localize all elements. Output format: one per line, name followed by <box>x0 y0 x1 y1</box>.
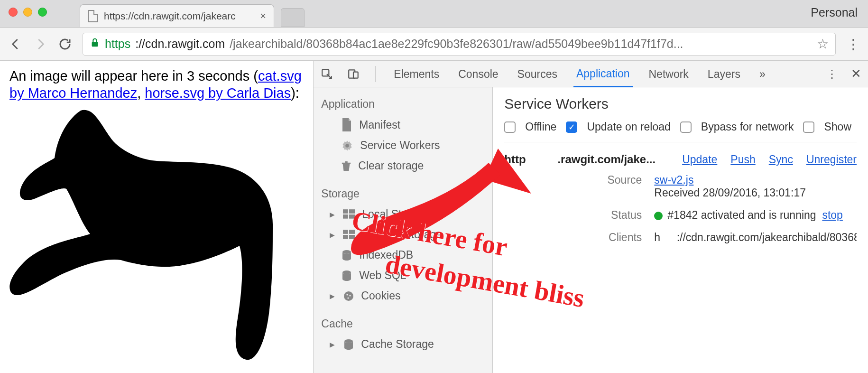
new-tab-button[interactable] <box>281 8 305 27</box>
tab-elements[interactable]: Elements <box>391 61 442 86</box>
tab-network[interactable]: Network <box>646 61 692 86</box>
intro-text: An image will appear here in 3 seconds ( <box>9 68 258 84</box>
svg-point-15 <box>344 291 353 301</box>
back-button[interactable] <box>9 37 23 51</box>
bookmark-star-icon[interactable]: ☆ <box>817 36 829 52</box>
tab-sources[interactable]: Sources <box>515 61 560 86</box>
svg-rect-0 <box>92 42 98 47</box>
checkbox-offline[interactable] <box>504 121 516 133</box>
database-icon <box>343 339 354 350</box>
expand-icon: ▶ <box>330 231 336 239</box>
label-clients: Clients <box>585 231 642 244</box>
sidebar-item-cookies[interactable]: ▶ Cookies <box>314 286 492 306</box>
file-icon <box>341 118 352 131</box>
sw-received: Received 28/09/2016, 13:01:17 <box>654 186 806 199</box>
window-titlebar: https://cdn.rawgit.com/jakearc × Persona… <box>0 0 868 28</box>
sidebar-label: Local Storage <box>362 208 429 221</box>
sw-action-sync[interactable]: Sync <box>769 153 793 166</box>
close-window-icon[interactable] <box>9 8 18 17</box>
devtools-menu-icon[interactable]: ⋮ <box>826 67 838 81</box>
sw-action-unregister[interactable]: Unregister <box>806 153 857 166</box>
svg-rect-7 <box>343 214 348 219</box>
sidebar-label: Cache Storage <box>361 338 434 351</box>
profile-label[interactable]: Personal <box>811 6 858 19</box>
device-toolbar-icon[interactable] <box>347 67 360 81</box>
svg-point-13 <box>342 250 351 254</box>
horse-image <box>9 106 304 366</box>
sidebar-heading-application: Application <box>314 92 492 114</box>
sidebar-label: Web SQL <box>359 269 406 282</box>
url-host: ://cdn.rawgit.com <box>135 37 225 51</box>
page-icon <box>88 10 98 22</box>
sw-origin: httpxxxxx.rawgit.com/jake... <box>504 153 656 166</box>
label-source: Source <box>585 174 642 199</box>
sidebar-item-websql[interactable]: Web SQL <box>314 265 492 286</box>
svg-rect-8 <box>349 214 355 219</box>
close-tab-icon[interactable]: × <box>260 10 266 22</box>
service-workers-panel: Service Workers Offline ✓ Update on relo… <box>493 87 868 373</box>
tab-console[interactable]: Console <box>455 61 501 86</box>
sw-source-file[interactable]: sw-v2.js <box>654 174 693 186</box>
svg-point-14 <box>342 270 351 274</box>
application-sidebar: Application Manifest Service Workers Cle… <box>314 87 493 373</box>
sidebar-item-cache-storage[interactable]: ▶ Cache Storage <box>314 334 492 354</box>
trash-icon <box>341 160 351 172</box>
address-bar[interactable]: https://cdn.rawgit.com/jakearchibald/803… <box>83 33 836 56</box>
minimize-window-icon[interactable] <box>23 8 32 17</box>
sw-action-push[interactable]: Push <box>730 153 755 166</box>
url-path: /jakearchibald/80368b84ac1ae8e229fc90b3f… <box>230 37 683 51</box>
svg-rect-3 <box>353 72 358 78</box>
tab-application[interactable]: Application <box>573 61 633 87</box>
inspect-element-icon[interactable] <box>320 67 333 81</box>
checkbox-label: Show <box>824 121 851 133</box>
tab-layers[interactable]: Layers <box>705 61 743 86</box>
checkbox-bypass-for-network[interactable] <box>680 121 692 133</box>
maximize-window-icon[interactable] <box>38 8 47 17</box>
database-icon <box>341 270 352 281</box>
sidebar-item-session-storage[interactable]: ▶ Session Storage <box>314 224 492 245</box>
sw-stop-link[interactable]: stop <box>822 209 842 221</box>
sidebar-label: Session Storage <box>362 228 442 241</box>
devtools-panel: Elements Console Sources Application Net… <box>313 61 868 373</box>
sidebar-item-local-storage[interactable]: ▶ Local Storage <box>314 204 492 224</box>
forward-button <box>33 37 47 51</box>
sw-details: Source sw-v2.js Received 28/09/2016, 13:… <box>585 174 857 244</box>
tabs-overflow[interactable]: » <box>757 61 768 86</box>
svg-rect-9 <box>343 230 348 234</box>
browser-menu-icon[interactable]: ⋮ <box>846 36 859 52</box>
checkbox-update-on-reload[interactable]: ✓ <box>566 121 577 133</box>
sidebar-item-clear-storage[interactable]: Clear storage <box>314 156 492 176</box>
svg-rect-10 <box>349 230 355 234</box>
sidebar-label: Cookies <box>361 289 400 302</box>
browser-tab[interactable]: https://cdn.rawgit.com/jakearc × <box>80 4 274 27</box>
table-icon <box>343 230 355 240</box>
checkbox-label: Update on reload <box>587 121 670 133</box>
table-icon <box>343 209 355 220</box>
sidebar-label: Manifest <box>359 119 400 131</box>
checkbox-show-all[interactable] <box>803 121 814 133</box>
database-icon <box>341 250 352 261</box>
svg-point-19 <box>344 339 353 343</box>
svg-point-16 <box>347 294 348 295</box>
devtools-tabbar: Elements Console Sources Application Net… <box>314 61 868 87</box>
checkbox-label: Offline <box>525 121 556 133</box>
expand-icon: ▶ <box>330 292 336 300</box>
sw-status: #1842 activated and is running stop <box>654 209 857 222</box>
window-controls <box>9 8 47 17</box>
sidebar-label: Service Workers <box>360 139 440 152</box>
sidebar-item-manifest[interactable]: Manifest <box>314 114 492 135</box>
svg-rect-6 <box>349 209 355 214</box>
devtools-close-icon[interactable]: ✕ <box>851 66 861 81</box>
sidebar-heading-cache: Cache <box>314 312 492 334</box>
svg-point-17 <box>350 295 351 296</box>
browser-toolbar: https://cdn.rawgit.com/jakearchibald/803… <box>0 28 868 61</box>
sidebar-item-indexeddb[interactable]: IndexedDB <box>314 245 492 265</box>
link-horse-svg[interactable]: horse.svg by Carla Dias <box>145 85 291 101</box>
sidebar-item-service-workers[interactable]: Service Workers <box>314 135 492 156</box>
checkbox-label: Bypass for network <box>701 121 794 133</box>
page-content: An image will appear here in 3 seconds (… <box>0 61 313 373</box>
panel-heading: Service Workers <box>504 96 857 112</box>
gear-icon <box>341 140 353 152</box>
sw-action-update[interactable]: Update <box>682 153 717 166</box>
reload-button[interactable] <box>58 37 72 51</box>
